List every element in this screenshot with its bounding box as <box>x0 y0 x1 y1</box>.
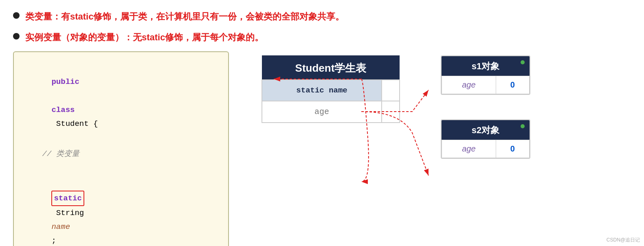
bullet-dot-2 <box>13 33 20 40</box>
student-table-row-age: age <box>262 101 400 123</box>
code-line-static: static String name ; <box>24 163 216 246</box>
s1-age-value: 0 <box>496 76 529 94</box>
age-value <box>382 101 400 123</box>
s2-age-label: age <box>442 140 496 158</box>
bullet-item-1: 类变量：有static修饰，属于类，在计算机里只有一份，会被类的全部对象共享。 <box>13 10 631 23</box>
s1-green-dot <box>521 60 525 64</box>
s2-green-dot <box>521 124 525 128</box>
center-area: Student学生表 static name age <box>262 55 400 123</box>
s2-age-row: age 0 <box>442 140 530 158</box>
objects-area: s1对象 age 0 s2对象 age 0 <box>441 55 530 159</box>
code-box: public class Student { // 类变量 static Str… <box>13 51 229 246</box>
static-keyword-box: static <box>51 191 84 206</box>
bullet-list: 类变量：有static修饰，属于类，在计算机里只有一份，会被类的全部对象共享。 … <box>13 10 631 44</box>
s2-header: s2对象 <box>442 120 530 140</box>
code-comment-1: // 类变量 <box>24 147 216 161</box>
s1-table: age 0 <box>442 76 530 94</box>
bullet-text-1: 类变量：有static修饰，属于类，在计算机里只有一份，会被类的全部对象共享。 <box>25 10 344 23</box>
bullet-item-2: 实例变量（对象的变量）：无static修饰，属于每个对象的。 <box>13 31 631 44</box>
static-name-label: static name <box>262 80 382 101</box>
s2-box: s2对象 age 0 <box>441 119 530 159</box>
student-table-header: Student学生表 <box>262 55 400 80</box>
diagram-area: public class Student { // 类变量 static Str… <box>13 51 631 246</box>
bullet-text-2: 实例变量（对象的变量）：无static修饰，属于每个对象的。 <box>25 31 264 44</box>
s1-header: s1对象 <box>442 56 530 76</box>
code-line-1: public class Student { <box>24 61 216 145</box>
student-table-row-static: static name <box>262 80 400 101</box>
static-name-value <box>382 80 400 101</box>
s1-age-row: age 0 <box>442 76 530 94</box>
s2-table: age 0 <box>442 140 530 158</box>
bullet-dot-1 <box>13 12 20 19</box>
s2-age-value: 0 <box>496 140 529 158</box>
age-label: age <box>262 101 382 123</box>
student-table: Student学生表 static name age <box>262 55 400 123</box>
watermark: CSDN@追日记 <box>607 237 640 244</box>
s1-box: s1对象 age 0 <box>441 55 530 95</box>
s1-age-label: age <box>442 76 496 94</box>
